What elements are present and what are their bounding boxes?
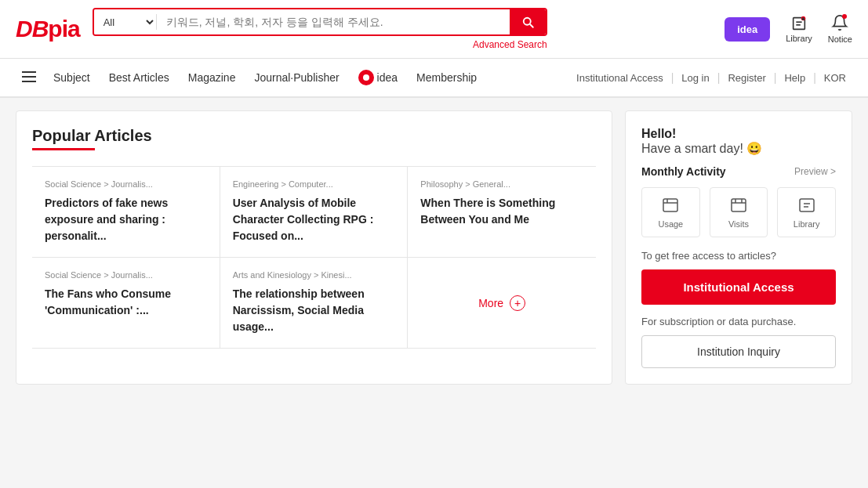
nav-lang-kor[interactable]: KOR xyxy=(818,61,852,95)
idea-badge[interactable]: idea xyxy=(725,17,770,42)
nav-right: Institutional Access | Log in | Register… xyxy=(570,61,852,95)
notice-label: Notice xyxy=(828,34,852,44)
nav-menu: Subject Best Articles Magazine Journal·P… xyxy=(16,59,485,96)
nav-idea-label: idea xyxy=(377,71,398,84)
search-input[interactable] xyxy=(157,9,510,34)
article-title-0: Predictors of fake news exposure and sha… xyxy=(45,195,207,244)
sidebar-smart-day: Have a smart day! 😀 xyxy=(641,141,836,156)
hamburger-icon xyxy=(22,71,36,82)
logo[interactable]: DBpia xyxy=(16,16,80,42)
advanced-search-link[interactable]: Advanced Search xyxy=(93,39,547,50)
article-title-4: The relationship between Narcissism, Soc… xyxy=(233,286,395,335)
institution-inquiry-button[interactable]: Institution Inquiry xyxy=(641,335,836,368)
nav-item-membership[interactable]: Membership xyxy=(409,60,485,95)
visits-label: Visits xyxy=(728,219,749,229)
usage-label: Usage xyxy=(658,219,683,229)
article-title-3: The Fans who Consume 'Communication' :..… xyxy=(45,286,207,319)
nav-item-magazine[interactable]: Magazine xyxy=(180,60,244,95)
popular-articles-title: Popular Articles xyxy=(32,127,596,145)
activity-visits[interactable]: Visits xyxy=(710,187,768,237)
header-top: DBpia All Title Author Journal Advanced … xyxy=(16,8,852,58)
articles-grid: Social Science > Journalis... Predictors… xyxy=(32,166,596,349)
popular-articles-section: Popular Articles Social Science > Journa… xyxy=(16,110,612,385)
article-card-3[interactable]: Social Science > Journalis... The Fans w… xyxy=(32,258,220,349)
more-plus-icon: + xyxy=(510,295,525,311)
nav-login[interactable]: Log in xyxy=(675,61,715,95)
nav-sep-4: | xyxy=(812,71,818,84)
sidebar-greeting: Hello! xyxy=(641,127,836,141)
library-icon: + xyxy=(790,15,808,32)
article-card-1[interactable]: Engineering > Computer... User Analysis … xyxy=(220,167,409,258)
access-question: To get free access to articles? xyxy=(641,250,836,262)
popular-title-underline xyxy=(32,148,95,150)
monthly-activity-header: Monthly Activity Preview > xyxy=(641,165,836,178)
article-title-2: When There is Something Between You and … xyxy=(420,195,583,228)
notice-button[interactable]: Notice xyxy=(828,14,852,44)
article-category-0: Social Science > Journalis... xyxy=(45,179,207,189)
access-section: To get free access to articles? Institut… xyxy=(641,250,836,368)
library-activity-label: Library xyxy=(794,219,820,229)
institutional-access-button[interactable]: Institutional Access xyxy=(641,269,836,305)
usage-icon xyxy=(661,196,680,215)
activity-library-icon xyxy=(797,196,816,215)
idea-inner-icon xyxy=(362,74,370,81)
article-title-1: User Analysis of Mobile Character Collec… xyxy=(233,195,395,244)
activity-library[interactable]: Library xyxy=(777,187,836,237)
search-category-select[interactable]: All Title Author Journal xyxy=(94,9,156,34)
article-category-1: Engineering > Computer... xyxy=(233,179,395,189)
nav-item-subject[interactable]: Subject xyxy=(45,60,98,95)
article-category-2: Philosophy > General... xyxy=(420,179,583,189)
svg-point-8 xyxy=(363,74,369,81)
search-button[interactable] xyxy=(510,9,546,34)
preview-link[interactable]: Preview > xyxy=(794,166,836,177)
nav-help[interactable]: Help xyxy=(778,61,812,95)
nav-sep-2: | xyxy=(716,71,722,84)
svg-rect-9 xyxy=(663,199,677,211)
svg-rect-14 xyxy=(800,199,814,211)
svg-text:+: + xyxy=(802,17,804,20)
article-card-0[interactable]: Social Science > Journalis... Predictors… xyxy=(32,167,220,258)
nav-sep-1: | xyxy=(670,71,676,84)
nav-register[interactable]: Register xyxy=(721,61,772,95)
activity-usage[interactable]: Usage xyxy=(641,187,700,237)
library-label: Library xyxy=(786,34,812,43)
nav-item-best-articles[interactable]: Best Articles xyxy=(101,60,177,95)
article-card-4[interactable]: Arts and Kinesiology > Kinesi... The rel… xyxy=(220,258,409,349)
hamburger-menu[interactable] xyxy=(16,63,42,92)
sidebar: Hello! Have a smart day! 😀 Monthly Activ… xyxy=(625,110,852,385)
search-area: All Title Author Journal Advanced Search xyxy=(93,8,547,50)
nav-sep-3: | xyxy=(772,71,779,84)
svg-rect-12 xyxy=(732,199,746,211)
article-category-3: Social Science > Journalis... xyxy=(45,270,207,280)
library-button[interactable]: + Library xyxy=(786,15,812,43)
subscription-text: For subscription or data purchase. xyxy=(641,316,836,327)
search-bar: All Title Author Journal xyxy=(93,8,547,36)
visits-icon xyxy=(729,196,748,215)
header-right: idea + Library xyxy=(725,14,852,44)
idea-dot-icon xyxy=(358,70,374,85)
search-icon xyxy=(521,15,535,29)
more-label: More xyxy=(478,297,503,309)
header: DBpia All Title Author Journal Advanced … xyxy=(0,0,868,59)
article-card-2[interactable]: Philosophy > General... When There is So… xyxy=(408,167,596,258)
nav-item-journal-publisher[interactable]: Journal·Publisher xyxy=(246,60,347,95)
sidebar-greeting-card: Hello! Have a smart day! 😀 Monthly Activ… xyxy=(625,110,852,385)
navigation: Subject Best Articles Magazine Journal·P… xyxy=(0,59,868,98)
nav-institutional-access[interactable]: Institutional Access xyxy=(570,61,670,95)
monthly-activity-label: Monthly Activity xyxy=(641,165,726,178)
activity-icons: Usage Visits Library xyxy=(641,187,836,237)
logo-text: DBpia xyxy=(16,16,80,42)
more-button[interactable]: More + xyxy=(408,258,596,349)
nav-item-idea[interactable]: idea xyxy=(350,59,405,96)
article-category-4: Arts and Kinesiology > Kinesi... xyxy=(233,270,395,280)
main-content: Popular Articles Social Science > Journa… xyxy=(0,98,868,397)
